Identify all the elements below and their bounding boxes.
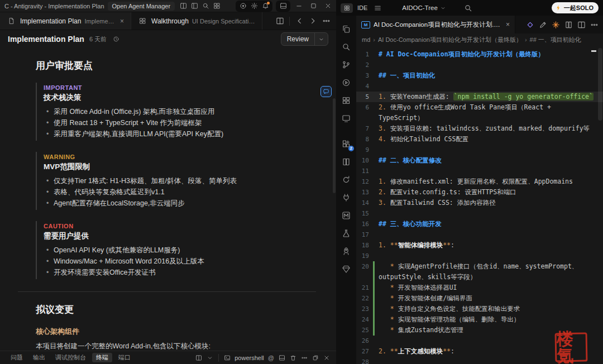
plugin-grid-icon[interactable]: 2	[338, 135, 354, 153]
editor-line[interactable]: 272. **上下文感知模块**:	[356, 346, 603, 357]
target-icon[interactable]	[238, 1, 248, 11]
layout-panel-icon[interactable]	[277, 353, 287, 363]
history-icon[interactable]	[112, 35, 121, 44]
editor-line[interactable]: 1# AI Doc-Companion项目初始化与开发计划（最终版）	[356, 49, 603, 60]
forward-arrow-icon[interactable]	[307, 16, 318, 27]
ide-logo-icon[interactable]	[341, 3, 353, 13]
extensions-icon[interactable]	[212, 1, 222, 11]
source-control-icon[interactable]	[338, 56, 354, 74]
panel-tab-调试控制台[interactable]: 调试控制台	[51, 353, 90, 362]
editor-line[interactable]: 21 * 开发智能体选择器UI	[356, 282, 603, 293]
tab-md-file[interactable]: M AI Doc-Companion项目初始化与开发计划.md ×	[356, 16, 515, 33]
editor-line[interactable]: 11	[356, 166, 603, 176]
markdown-editor[interactable]: 1# AI Doc-Companion项目初始化与开发计划（最终版）23## 一…	[356, 46, 603, 364]
layout-sidebar-icon[interactable]	[189, 1, 199, 11]
open-agent-manager-button[interactable]: Open Agent Manager	[108, 2, 175, 11]
chevron-down-icon[interactable]	[205, 353, 215, 363]
editor-line[interactable]: 3## 一、项目初始化	[356, 70, 603, 81]
review-button[interactable]: Review	[281, 32, 328, 46]
gear-icon[interactable]	[249, 1, 259, 11]
editor-line[interactable]: 9	[356, 145, 603, 155]
more-icon[interactable]	[588, 19, 600, 30]
shell-label[interactable]: powershell	[234, 355, 264, 361]
trash-icon[interactable]	[288, 353, 298, 363]
extensions-icon[interactable]	[338, 92, 354, 109]
editor-line[interactable]: outputStyle、skills等字段）	[356, 272, 603, 282]
editor-line[interactable]: 4	[356, 81, 603, 92]
search-icon[interactable]	[200, 1, 210, 11]
panel-tab-问题[interactable]: 问题	[7, 353, 27, 362]
close-icon[interactable]	[323, 1, 333, 11]
flask-icon[interactable]	[338, 224, 354, 242]
editor-line[interactable]: 2	[356, 60, 603, 70]
tab-implementation-plan[interactable]: Implementation Plan Implementing AI Doc-…	[0, 12, 131, 30]
editor-line[interactable]: TypeScript）	[356, 113, 603, 123]
breadcrumb-segment[interactable]: ## 一、项目初始化	[530, 36, 581, 44]
menu-hamburger-icon[interactable]	[372, 2, 383, 13]
editor-line[interactable]: 132. 配置vite.config.ts: 设置HTTPS和端口	[356, 187, 603, 198]
editor-line[interactable]: 17	[356, 229, 603, 240]
panel-tab-终端[interactable]: 终端	[92, 353, 112, 362]
gem-icon[interactable]	[338, 260, 354, 278]
editor-line[interactable]: 28	[356, 357, 603, 364]
explorer-icon[interactable]	[338, 20, 354, 38]
editor-line[interactable]: 24 * 实现智能体管理功能（编辑、删除、导出）	[356, 314, 603, 325]
workspace-selector[interactable]: AIDOC-Tree	[402, 4, 446, 11]
editor-line[interactable]: 121. 修改manifest.xml: 更新应用名称、权限配置、AppDoma…	[356, 176, 603, 187]
editor-line[interactable]: 26	[356, 336, 603, 346]
split-editor-icon[interactable]	[576, 19, 587, 30]
more-icon[interactable]	[299, 353, 309, 363]
search-icon[interactable]	[338, 38, 354, 56]
editor-scrollbar[interactable]	[598, 48, 602, 121]
more-icon[interactable]	[320, 16, 332, 27]
editor-line[interactable]: 16## 三、核心功能开发	[356, 219, 603, 229]
edit-pencil-icon[interactable]	[537, 19, 548, 30]
editor-line[interactable]: 84. 初始化Tailwind CSS配置	[356, 134, 603, 145]
restore-icon[interactable]	[310, 353, 320, 363]
editor-line[interactable]: 10## 二、核心配置修改	[356, 155, 603, 166]
editor-line[interactable]: 181. **智能体编排模块**:	[356, 240, 603, 251]
editor-line[interactable]: 15	[356, 208, 603, 219]
minimize-icon[interactable]	[294, 1, 304, 11]
comment-icon[interactable]	[320, 86, 332, 97]
review-dropdown-icon[interactable]	[315, 36, 328, 42]
run-debug-icon[interactable]	[338, 74, 354, 92]
editor-line[interactable]: 20 * 实现AgentProfile接口（包含id、name、systemPr…	[356, 261, 603, 272]
solo-button[interactable]: 一起SOLO	[552, 2, 599, 13]
marketplace-icon[interactable]	[338, 207, 354, 224]
editor-line[interactable]: 23 * 支持自定义角色设定、技能配置和输出要求	[356, 304, 603, 314]
editor-line[interactable]: 62. 使用yo office生成Word Task Pane项目（React …	[356, 102, 603, 113]
editor-line[interactable]: 73. 安装项目依赖: tailwindcss、zustand、marked、d…	[356, 123, 603, 134]
back-arrow-icon[interactable]	[294, 16, 305, 27]
split-editor-icon[interactable]	[194, 353, 204, 363]
rocket-icon[interactable]	[338, 242, 354, 260]
panel-tab-端口[interactable]: 端口	[114, 353, 135, 362]
search-icon[interactable]	[463, 2, 474, 13]
breadcrumb-segment[interactable]: md	[362, 36, 370, 43]
editor-line[interactable]: 25 * 集成Zustand状态管理	[356, 325, 603, 336]
split-editor-icon[interactable]	[178, 1, 188, 11]
ai-spark-icon[interactable]	[550, 19, 561, 30]
split-editor-icon[interactable]	[274, 16, 285, 27]
maximize-icon[interactable]	[308, 1, 318, 11]
editor-line[interactable]: 143. 配置Tailwind CSS: 添加内容路径	[356, 198, 603, 208]
editor-line[interactable]: 22 * 开发智能体创建/编辑界面	[356, 293, 603, 304]
tab-walkthrough[interactable]: Walkthrough UI Design Specification R	[131, 12, 262, 30]
remote-monitor-icon[interactable]	[338, 109, 354, 127]
terminal-icon[interactable]	[222, 353, 232, 363]
close-tab-icon[interactable]: ×	[119, 17, 125, 25]
at-icon[interactable]: @	[266, 355, 276, 361]
editor-line[interactable]: 19	[356, 251, 603, 261]
editor-line[interactable]: 51. 安装Yeoman生成器: `npm install -g yo gene…	[356, 92, 603, 102]
layout-panel-icon[interactable]	[278, 1, 288, 11]
docs-book-icon[interactable]	[338, 153, 354, 171]
breadcrumb-segment[interactable]: AI Doc-Companion项目初始化与开发计划（最终版）	[378, 36, 522, 44]
left-scrollbar[interactable]	[333, 98, 336, 193]
bell-icon[interactable]	[260, 1, 270, 11]
close-tab-icon[interactable]: ×	[506, 21, 510, 28]
sync-icon[interactable]	[338, 171, 354, 189]
docs-book-icon[interactable]	[563, 19, 574, 30]
preview-diamond-icon[interactable]	[524, 19, 535, 30]
plug-icon[interactable]	[338, 189, 354, 207]
panel-tab-输出[interactable]: 输出	[29, 353, 49, 362]
